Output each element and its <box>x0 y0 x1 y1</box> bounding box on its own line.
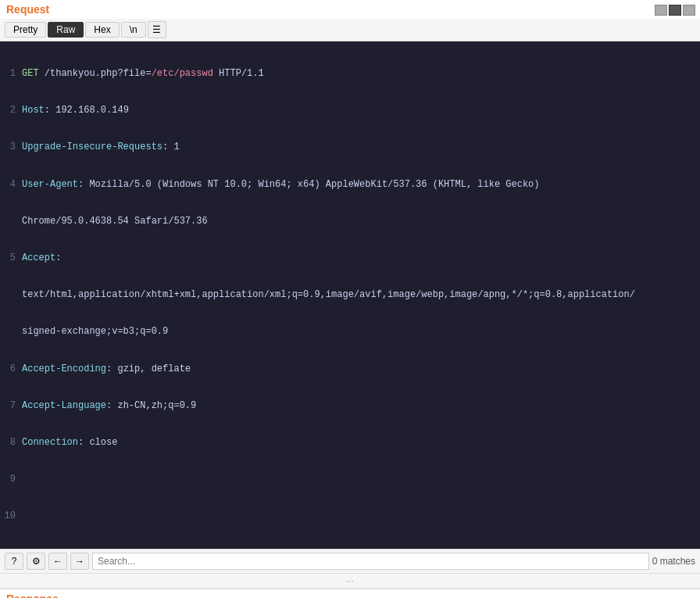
matches-count: 0 matches <box>652 556 695 567</box>
request-search-bar: ? ⚙ ← → 0 matches <box>0 549 700 574</box>
window-control-1[interactable] <box>655 5 667 16</box>
code-line-1: 1 GET /thankyou.php?file=/etc/passwd HTT… <box>0 66 700 81</box>
window-control-3[interactable] <box>683 5 695 16</box>
request-header: Request <box>0 0 700 19</box>
nav-back-btn[interactable]: ← <box>48 553 67 570</box>
tab-raw-request[interactable]: Raw <box>48 22 84 38</box>
request-section: Request Pretty Raw Hex \n ☰ 1 GET /thank… <box>0 0 700 588</box>
request-toolbar: Pretty Raw Hex \n ☰ <box>0 19 700 41</box>
code-line-2: 2 Host: 192.168.0.149 <box>0 103 700 118</box>
search-input[interactable] <box>92 553 649 570</box>
divider: ··· <box>0 574 700 588</box>
nav-forward-btn[interactable]: → <box>70 553 89 570</box>
code-line-7: 7 Accept-Language: zh-CN,zh;q=0.9 <box>0 399 700 414</box>
code-line-6: 6 Accept-Encoding: gzip, deflate <box>0 362 700 377</box>
response-header: Response <box>0 589 700 598</box>
menu-btn-request[interactable]: ☰ <box>148 21 166 38</box>
gear-btn[interactable]: ⚙ <box>27 553 45 570</box>
tab-hex-request[interactable]: Hex <box>85 22 119 38</box>
code-line-4b: Chrome/95.0.4638.54 Safari/537.36 <box>0 214 700 229</box>
code-line-5: 5 Accept: <box>0 251 700 266</box>
code-line-8: 8 Connection: close <box>0 435 700 450</box>
response-section: Response Pretty Raw Hex Render \n ☰ Than… <box>0 588 700 598</box>
request-code-area: 1 GET /thankyou.php?file=/etc/passwd HTT… <box>0 41 700 549</box>
code-line-5c: signed-exchange;v=b3;q=0.9 <box>0 324 700 339</box>
code-line-9: 9 <box>0 472 700 487</box>
tab-pretty-request[interactable]: Pretty <box>5 22 46 38</box>
tab-n-request[interactable]: \n <box>121 22 146 38</box>
code-line-3: 3 Upgrade-Insecure-Requests: 1 <box>0 140 700 155</box>
code-line-10: 10 <box>0 509 700 524</box>
help-btn[interactable]: ? <box>5 553 23 570</box>
code-line-4: 4 User-Agent: Mozilla/5.0 (Windows NT 10… <box>0 177 700 192</box>
code-line-5b: text/html,application/xhtml+xml,applicat… <box>0 288 700 303</box>
window-control-2[interactable] <box>669 5 681 16</box>
